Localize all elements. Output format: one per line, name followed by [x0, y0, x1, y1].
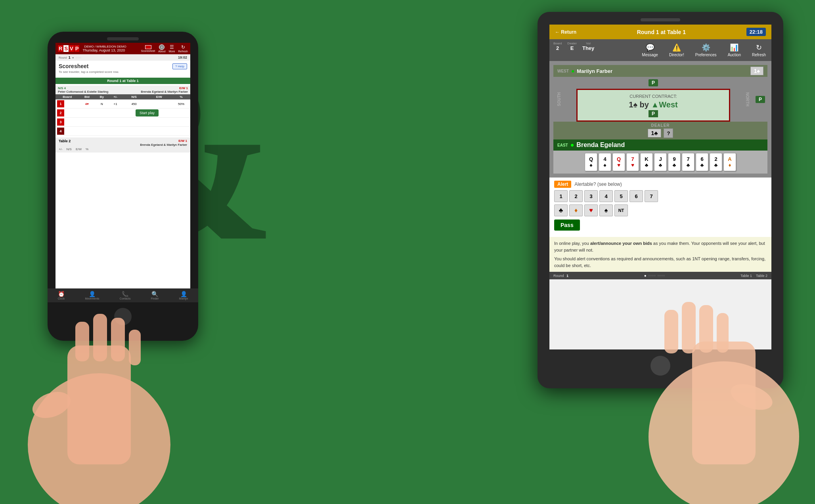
bid-num-6[interactable]: 6: [629, 190, 643, 202]
table-row[interactable]: 1 4♥ N +1 450 50%: [55, 99, 190, 109]
ew-3: [146, 118, 172, 127]
pct-4: [172, 127, 190, 136]
table-row[interactable]: 4: [55, 127, 190, 136]
nav-refresh[interactable]: ↻ Refresh: [178, 44, 188, 53]
bid-num-1[interactable]: 1: [554, 190, 568, 202]
tablet-device: ← Return Round 1 at Table 1 22:18 Board …: [530, 12, 791, 408]
demo-label: DEMO / WIMBLEDON DEMO: [84, 45, 126, 48]
east-player-name: Brenda Egeland: [576, 141, 625, 149]
bid-num-3[interactable]: 3: [584, 190, 598, 202]
nav-scoresheet[interactable]: Scoresheet: [141, 45, 155, 52]
director-btn[interactable]: ⚠️ Director!: [664, 41, 690, 59]
return-btn[interactable]: ← Return: [555, 29, 576, 35]
nav-finder[interactable]: 🔍Finder: [151, 291, 159, 300]
info-section: In online play, you alert/announce your …: [549, 237, 771, 272]
north-vertical-label: NORTH: [744, 91, 751, 108]
card-4-spade: 4♠: [599, 153, 611, 171]
pm-1: +1: [109, 99, 122, 109]
bid-heart-btn[interactable]: ♥: [584, 204, 598, 216]
by-4: [95, 127, 109, 136]
logo-v: V: [69, 45, 74, 52]
board-info: Board 2 Dealer E Vul They: [553, 41, 594, 51]
start-play-btn[interactable]: Start play: [136, 109, 159, 116]
bid-3: [79, 118, 95, 127]
card-q-spade: Q♠: [585, 153, 597, 171]
tablet-toolbar: Board 2 Dealer E Vul They 💬 Mes: [549, 39, 771, 61]
ns-4: [122, 127, 146, 136]
south-bid-question[interactable]: ?: [664, 128, 673, 138]
nav-marilyn[interactable]: 👤Marilyn: [179, 291, 188, 300]
round-header: Round 1 at Table 1: [55, 78, 190, 84]
pm-2: [109, 109, 122, 118]
pass-button[interactable]: Pass: [554, 220, 580, 231]
bid-num-7[interactable]: 7: [645, 190, 658, 202]
ns-players: Peter Cottonwood & Estelle Starling: [58, 90, 108, 94]
phone-home-button[interactable]: [114, 308, 132, 325]
bottom-table1: Table 1: [740, 274, 752, 278]
ew-4: [146, 127, 172, 136]
refresh-icon: ↻: [756, 43, 762, 52]
contract-area: P CURRENT CONTRACT: 1♠ by ▲West P: [564, 77, 742, 122]
bid-num-5[interactable]: 5: [614, 190, 628, 202]
pass-badge-right-container: P: [753, 77, 767, 122]
message-btn[interactable]: 💬 Message: [636, 41, 664, 59]
by-3: [95, 118, 109, 127]
info-paragraph-1: In online play, you alert/announce your …: [554, 240, 767, 253]
table-row[interactable]: 2 Start play: [55, 109, 190, 118]
contract-box: CURRENT CONTRACT: 1♠ by ▲West P: [576, 89, 730, 122]
help-btn[interactable]: ? Help: [172, 63, 187, 69]
tablet-speaker: [641, 18, 680, 21]
nav-clock[interactable]: ⏰Clock: [58, 291, 65, 300]
board-info-dealer: Dealer E: [567, 42, 577, 51]
table2-players: Brenda Egeland & Marilyn Farber: [59, 143, 187, 147]
bid-spade-btn[interactable]: ♠: [599, 204, 613, 216]
dealer-label-text: DEALER: [557, 123, 763, 128]
phone-time: 19:02: [178, 55, 187, 59]
nav-more[interactable]: ☰ More: [169, 44, 175, 53]
bid-nt-btn[interactable]: NT: [614, 204, 628, 216]
dealer-value: E: [570, 45, 574, 51]
middle-table: SOUTH P CURRENT CONTRACT: 1♠ by: [553, 77, 767, 122]
col-bid: Bid: [79, 94, 95, 99]
col-ew: E/W: [146, 94, 172, 99]
col-pm: +/-: [109, 94, 122, 99]
nav-about[interactable]: i About: [158, 44, 165, 53]
vul-value: They: [582, 45, 594, 51]
tablet-bottom-round: Round 1: [553, 274, 568, 278]
start-play-cell[interactable]: Start play: [122, 109, 172, 118]
nav-contacts[interactable]: 📞Contacts: [120, 291, 131, 300]
bid-diamond-btn[interactable]: ♦: [569, 204, 583, 216]
preferences-btn[interactable]: ⚙️ Preferences: [690, 41, 722, 59]
tablet-home-button[interactable]: [650, 356, 670, 376]
bid-club-btn[interactable]: ♣: [554, 204, 568, 216]
preferences-icon: ⚙️: [702, 43, 710, 52]
logo-p: P: [75, 45, 80, 52]
phone-body: R S V P DEMO / WIMBLEDON DEMO Thursday, …: [48, 32, 198, 341]
alert-badge: Alert: [554, 181, 571, 188]
tablet-bottom-dots: ● ○○○○ ○○○○: [644, 273, 665, 278]
bid-num-2[interactable]: 2: [569, 190, 583, 202]
refresh-btn[interactable]: ↻ Refresh: [746, 41, 771, 59]
bid-num-4[interactable]: 4: [599, 190, 613, 202]
refresh-label: Refresh: [752, 53, 766, 57]
south-side-label: SOUTH: [553, 77, 564, 122]
bid-1: 4♥: [79, 99, 95, 109]
nav-movements[interactable]: 👤Movements: [85, 291, 99, 300]
phone-device: R S V P DEMO / WIMBLEDON DEMO Thursday, …: [40, 32, 206, 388]
south-vertical-label: SOUTH: [555, 91, 563, 108]
west-player-bar: WEST ● Marilyn Farber 1♠: [553, 65, 767, 77]
card-2-club: 2♣: [710, 153, 722, 171]
ns-label: N/S 4: [58, 86, 66, 90]
card-7-club: 7♣: [682, 153, 694, 171]
info-text-1: In online play, you: [554, 241, 590, 246]
round-title: Round 1 at Table 1: [637, 29, 686, 35]
contract-pass-mid: P: [582, 111, 725, 116]
nav-scoresheet-label: Scoresheet: [141, 50, 155, 52]
scoresheet-section: Scoresheet ? Help To see traveler, tap a…: [55, 61, 190, 76]
auction-btn[interactable]: 📊 Auction: [722, 41, 746, 59]
pct-3: [172, 118, 190, 127]
pm-3: [109, 118, 122, 127]
west-bid: 1♠: [750, 67, 763, 75]
table2-section: Table 2 E/W 1 Brenda Egeland & Marilyn F…: [55, 137, 190, 153]
table-row[interactable]: 3: [55, 118, 190, 127]
